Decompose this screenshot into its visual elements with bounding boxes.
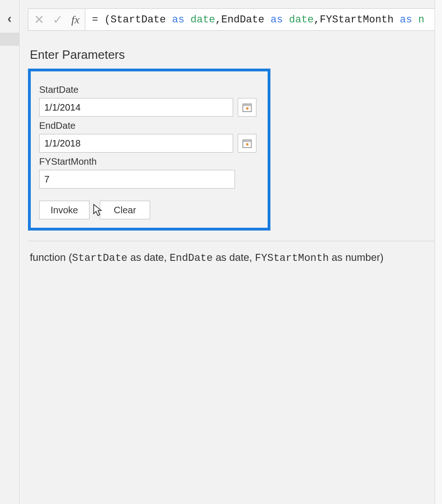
sig-token: as date,: [213, 252, 255, 263]
pane-selected-indicator: [0, 33, 19, 46]
cancel-icon[interactable]: ✕: [34, 14, 44, 26]
formula-token: date: [191, 14, 215, 26]
pane-collapse-toggle[interactable]: ‹: [7, 11, 12, 26]
fystartmonth-label: FYStartMonth: [39, 156, 256, 167]
formula-token: [264, 14, 270, 26]
formula-token: as: [172, 14, 184, 26]
sig-token: FYStartMonth: [255, 252, 329, 264]
formula-token: n: [418, 14, 424, 26]
sig-token: as date,: [127, 252, 170, 263]
formula-token: [184, 14, 190, 26]
fystartmonth-input[interactable]: [39, 170, 235, 189]
formula-token: ,: [215, 14, 221, 26]
formula-bar-controls: ✕ ✓ fx: [28, 8, 85, 31]
clear-button[interactable]: Clear: [100, 201, 150, 219]
formula-input[interactable]: = ( StartDate as date , EndDate as date …: [85, 8, 442, 31]
pane-collapse-column: ‹: [0, 0, 20, 504]
formula-token: EndDate: [221, 14, 264, 26]
section-title: Enter Parameters: [30, 48, 442, 62]
sig-token: as number): [329, 252, 383, 263]
function-signature: function (StartDate as date, EndDate as …: [28, 252, 442, 264]
startdate-datepicker-button[interactable]: [238, 98, 256, 117]
startdate-label: StartDate: [39, 84, 256, 95]
confirm-icon[interactable]: ✓: [53, 14, 63, 26]
app-root: ‹ ✕ ✓ fx = ( StartDate as date , EndDate…: [0, 0, 442, 504]
fx-label: fx: [71, 14, 79, 26]
enddate-label: EndDate: [39, 120, 256, 131]
calendar-icon: [242, 102, 252, 112]
svg-rect-2: [246, 107, 249, 110]
formula-token: FYStartMonth: [320, 14, 394, 26]
right-rail: [435, 0, 442, 504]
startdate-input[interactable]: [39, 98, 233, 117]
svg-rect-4: [243, 140, 251, 142]
formula-token: [166, 14, 172, 26]
main-panel: ✕ ✓ fx = ( StartDate as date , EndDate a…: [20, 0, 442, 504]
formula-token: [283, 14, 289, 26]
formula-token: date: [289, 14, 314, 26]
sig-token: EndDate: [170, 252, 213, 264]
svg-rect-1: [243, 104, 251, 106]
enddate-input[interactable]: [39, 134, 233, 153]
formula-token: [394, 14, 400, 26]
button-row: Invoke Clear: [39, 201, 256, 219]
formula-token: StartDate: [110, 14, 166, 26]
sig-token: function (: [30, 252, 72, 263]
parameters-box: StartDate EndDate: [28, 69, 270, 231]
sig-token: StartDate: [72, 252, 128, 264]
formula-token: as: [270, 14, 283, 26]
formula-token: ,: [314, 14, 320, 26]
enddate-datepicker-button[interactable]: [238, 134, 256, 153]
formula-token: as: [400, 14, 412, 26]
calendar-icon: [242, 138, 252, 148]
formula-token: [412, 14, 418, 26]
formula-token: = (: [92, 14, 110, 26]
svg-rect-5: [246, 143, 249, 146]
startdate-row: [39, 98, 256, 117]
formula-bar: ✕ ✓ fx = ( StartDate as date , EndDate a…: [28, 8, 442, 31]
enddate-row: [39, 134, 256, 153]
separator: [28, 241, 442, 241]
invoke-button[interactable]: Invoke: [39, 201, 90, 219]
